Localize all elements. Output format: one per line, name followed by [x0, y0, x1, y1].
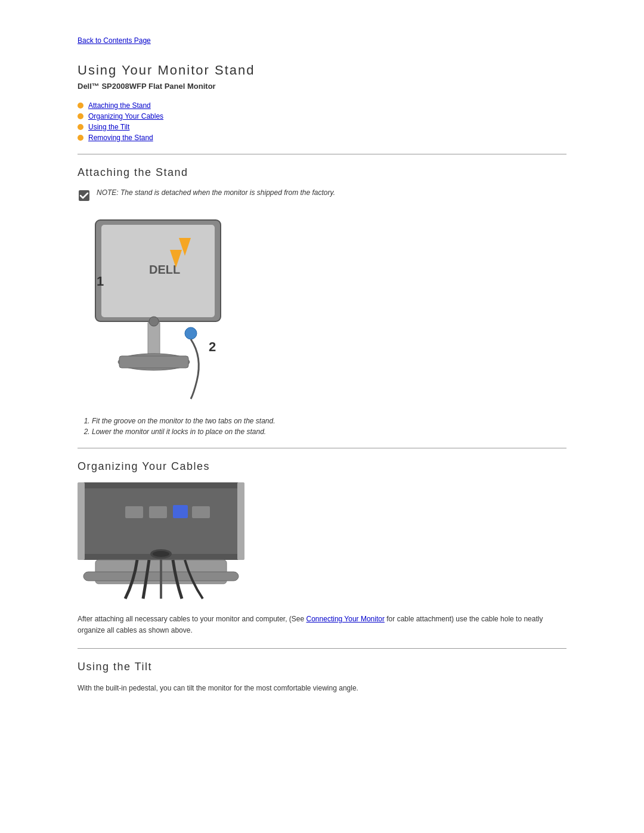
- note-box: NOTE: The stand is detached when the mon…: [78, 188, 566, 202]
- svg-rect-16: [149, 506, 167, 518]
- nav-bullet-icon: [78, 124, 83, 130]
- svg-rect-15: [125, 506, 143, 518]
- monitor-illustration-area: DELL 1 2: [78, 214, 244, 405]
- svg-rect-14: [83, 488, 239, 554]
- organizing-title: Organizing Your Cables: [78, 460, 566, 473]
- monitor-svg: DELL 1 2: [78, 214, 244, 405]
- divider-3: [78, 648, 566, 649]
- svg-point-10: [185, 327, 197, 339]
- svg-rect-6: [119, 356, 188, 368]
- section-organizing: Organizing Your Cables: [78, 460, 566, 636]
- section-tilt: Using the Tilt With the built-in pedesta…: [78, 661, 566, 694]
- nav-item-attaching: Attaching the Stand: [78, 101, 566, 110]
- page-title: Using Your Monitor Stand: [78, 63, 566, 78]
- nav-link-organizing[interactable]: Organizing Your Cables: [88, 112, 163, 120]
- svg-text:2: 2: [209, 339, 216, 354]
- nav-bullet-icon: [78, 113, 83, 119]
- step-1: Fit the groove on the monitor to the two…: [92, 417, 566, 425]
- back-to-contents-link[interactable]: Back to Contents Page: [78, 36, 151, 45]
- nav-link-removing[interactable]: Removing the Stand: [88, 134, 153, 142]
- nav-item-removing: Removing the Stand: [78, 134, 566, 142]
- note-text: NOTE: The stand is detached when the mon…: [97, 188, 335, 197]
- svg-rect-24: [237, 482, 244, 560]
- nav-link-tilt[interactable]: Using the Tilt: [88, 123, 129, 131]
- section-attaching: Attaching the Stand NOTE: The stand is d…: [78, 166, 566, 436]
- svg-rect-23: [78, 482, 85, 560]
- attaching-title: Attaching the Stand: [78, 166, 566, 179]
- nav-bullet-icon: [78, 135, 83, 141]
- divider-1: [78, 154, 566, 154]
- product-name: Dell™ SP2008WFP Flat Panel Monitor: [78, 82, 566, 91]
- nav-bullet-icon: [78, 103, 83, 109]
- note-icon: [78, 189, 91, 202]
- cables-svg: [78, 482, 244, 602]
- section-nav-list: Attaching the Stand Organizing Your Cabl…: [78, 101, 566, 142]
- steps-list: Fit the groove on the monitor to the two…: [92, 417, 566, 436]
- svg-rect-17: [173, 505, 188, 518]
- divider-2: [78, 448, 566, 448]
- nav-link-attaching[interactable]: Attaching the Stand: [88, 101, 151, 110]
- organizing-body-text: After attaching all necessary cables to …: [78, 614, 566, 636]
- svg-text:1: 1: [97, 274, 104, 289]
- nav-item-tilt: Using the Tilt: [78, 123, 566, 131]
- step-2: Lower the monitor until it locks in to p…: [92, 428, 566, 436]
- tilt-body-text: With the built-in pedestal, you can tilt…: [78, 683, 566, 694]
- svg-point-7: [149, 317, 159, 326]
- body-before-text: After attaching all necessary cables to …: [78, 615, 306, 623]
- svg-rect-18: [192, 506, 210, 518]
- tilt-title: Using the Tilt: [78, 661, 566, 673]
- nav-item-organizing: Organizing Your Cables: [78, 112, 566, 120]
- cables-illustration-area: [78, 482, 244, 602]
- connecting-monitor-link[interactable]: Connecting Your Monitor: [306, 615, 385, 623]
- svg-rect-4: [148, 321, 160, 357]
- svg-point-20: [153, 551, 169, 557]
- page-container: Back to Contents Page Using Your Monitor…: [0, 0, 644, 736]
